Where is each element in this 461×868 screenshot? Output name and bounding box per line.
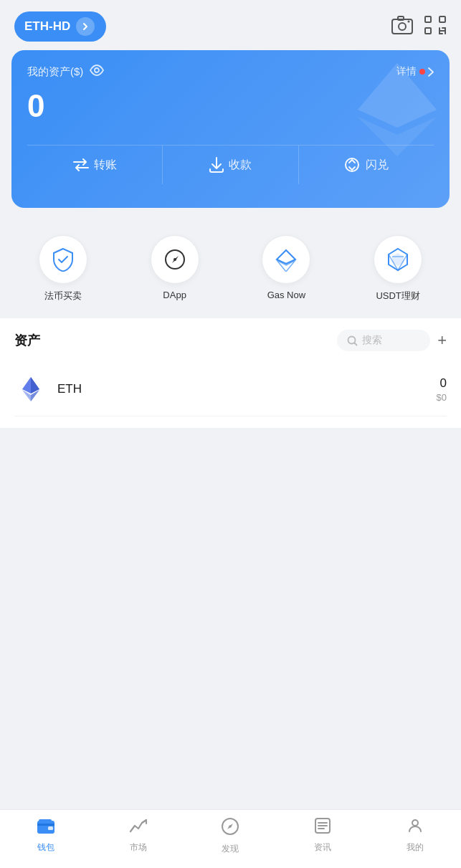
- chart-icon: [129, 817, 148, 834]
- quick-nav: 法币买卖 DApp Gas Now: [0, 219, 461, 311]
- nav-market-label: 市场: [130, 841, 147, 854]
- search-placeholder-text: 搜索: [362, 334, 382, 347]
- receive-label: 收款: [229, 158, 252, 173]
- search-icon: [347, 335, 358, 346]
- eth-watermark: [358, 63, 437, 159]
- news-icon: [314, 817, 331, 834]
- wallet-arrow: [76, 17, 95, 36]
- assets-section: 资产 搜索 +: [0, 318, 461, 428]
- nav-profile[interactable]: 我的: [394, 817, 437, 855]
- transfer-button[interactable]: 转账: [27, 146, 162, 184]
- top-icon-group: [391, 15, 447, 38]
- fiat-trade-button[interactable]: 法币买卖: [39, 235, 87, 302]
- svg-rect-30: [48, 826, 53, 830]
- search-box[interactable]: 搜索: [337, 330, 430, 351]
- dapp-label: DApp: [163, 290, 186, 300]
- fiat-trade-circle: [39, 235, 87, 284]
- eye-button[interactable]: [89, 65, 105, 79]
- svg-point-37: [412, 820, 418, 826]
- receive-button[interactable]: 收款: [162, 146, 298, 184]
- profile-icon: [407, 817, 424, 834]
- add-asset-button[interactable]: +: [437, 333, 447, 348]
- nav-news-label: 资讯: [314, 841, 331, 854]
- eth-asset-row[interactable]: ETH 0 $0: [14, 363, 447, 416]
- nav-wallet-label: 钱包: [37, 841, 54, 854]
- eth-diamond-icon: [274, 247, 298, 272]
- camera-button[interactable]: [391, 15, 414, 38]
- dapp-circle: [151, 235, 199, 284]
- usdt-finance-button[interactable]: USDT理财: [374, 235, 422, 302]
- usdt-finance-circle: [374, 235, 422, 284]
- discover-nav-icon: [221, 817, 239, 840]
- transfer-label: 转账: [94, 158, 117, 173]
- usdt-finance-label: USDT理财: [376, 290, 419, 302]
- svg-rect-4: [425, 16, 431, 22]
- eth-amount: 0: [437, 376, 447, 391]
- chevron-right-icon: [80, 22, 90, 32]
- dapp-button[interactable]: DApp: [151, 235, 199, 302]
- svg-rect-29: [37, 824, 54, 826]
- eth-symbol: ETH: [57, 382, 437, 396]
- news-nav-icon: [314, 817, 331, 839]
- gas-now-button[interactable]: Gas Now: [262, 235, 310, 302]
- card-title-row: 我的资产($): [27, 65, 105, 79]
- nav-news[interactable]: 资讯: [301, 817, 344, 855]
- gas-now-label: Gas Now: [267, 290, 305, 300]
- nav-wallet[interactable]: 钱包: [24, 817, 67, 855]
- svg-rect-2: [398, 16, 404, 20]
- bottom-nav: 钱包 市场 发现: [0, 809, 461, 868]
- swap-label: 闪兑: [366, 158, 389, 173]
- scan-button[interactable]: [424, 15, 447, 38]
- wallet-icon: [37, 817, 55, 834]
- market-nav-icon: [129, 817, 148, 839]
- wallet-selector[interactable]: ETH-HD: [14, 11, 106, 42]
- nav-profile-label: 我的: [407, 841, 424, 854]
- camera-icon: [391, 15, 414, 35]
- nav-discover[interactable]: 发现: [209, 817, 252, 855]
- eth-icon: [14, 373, 47, 406]
- svg-marker-19: [277, 260, 295, 272]
- svg-marker-12: [358, 63, 437, 128]
- nav-market[interactable]: 市场: [117, 817, 160, 855]
- assets-search-row: 搜索 +: [337, 330, 447, 351]
- gem-icon: [386, 247, 410, 272]
- eye-icon: [89, 65, 105, 76]
- svg-rect-6: [425, 28, 431, 34]
- wallet-name: ETH-HD: [24, 19, 70, 34]
- scan-icon: [424, 15, 447, 35]
- swap-icon: [343, 157, 361, 173]
- compass-icon: [163, 247, 187, 272]
- compass-nav-icon: [221, 817, 239, 836]
- transfer-icon: [73, 158, 89, 171]
- eth-usd: $0: [437, 392, 447, 403]
- wallet-nav-icon: [37, 817, 55, 839]
- card-title: 我的资产($): [27, 65, 83, 79]
- eth-values: 0 $0: [437, 376, 447, 403]
- gas-now-circle: [262, 235, 310, 284]
- svg-point-3: [408, 21, 410, 23]
- top-bar: ETH-HD: [0, 0, 461, 50]
- nav-discover-label: 发现: [222, 843, 239, 855]
- svg-rect-5: [439, 16, 445, 22]
- asset-card: 我的资产($) 详情 0: [11, 50, 450, 208]
- svg-point-14: [95, 68, 99, 72]
- svg-point-1: [399, 23, 406, 30]
- eth-logo: [14, 373, 47, 406]
- fiat-trade-label: 法币买卖: [44, 290, 82, 302]
- shield-icon: [51, 247, 75, 272]
- assets-title: 资产: [14, 332, 40, 349]
- profile-nav-icon: [407, 817, 424, 839]
- receive-icon: [209, 157, 224, 173]
- assets-header: 资产 搜索 +: [14, 330, 447, 351]
